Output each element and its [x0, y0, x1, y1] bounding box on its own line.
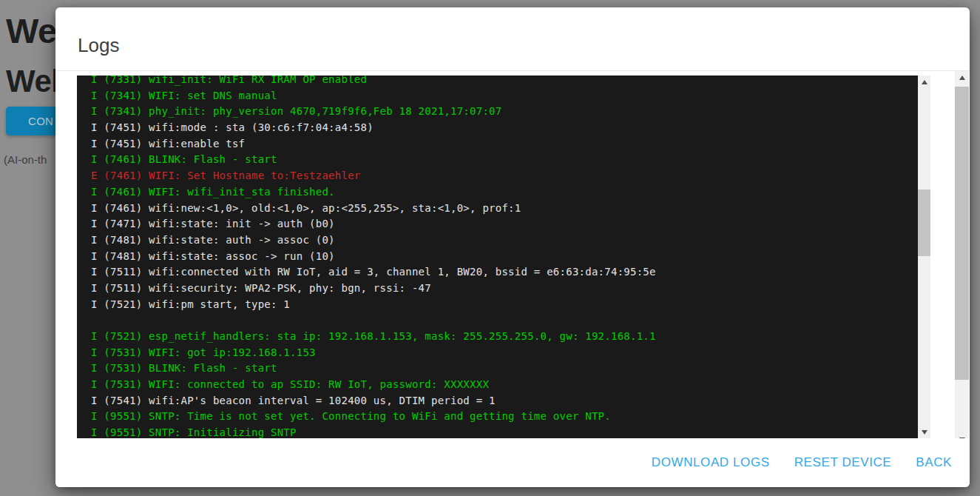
log-line: I (7331) wifi_init: WiFi RX IRAM OP enab…	[91, 76, 916, 88]
log-line: I (7461) WIFI: wifi_init_sta finished.	[91, 184, 916, 201]
dialog-scrollbar-thumb[interactable]	[955, 87, 969, 380]
log-line: I (7541) wifi:AP's beacon interval = 102…	[91, 393, 916, 409]
log-line: I (7521) esp_netif_handlers: sta ip: 192…	[91, 329, 916, 345]
dialog-header: Logs	[55, 7, 970, 71]
back-button[interactable]: BACK	[916, 455, 952, 470]
logs-dialog: Logs I (7331) wifi_init: WiFi RX IRAM OP…	[55, 7, 970, 487]
log-line: I (7511) wifi:connected with RW IoT, aid…	[91, 264, 916, 281]
bg-page-heading: We	[6, 10, 57, 51]
download-logs-button[interactable]: DOWNLOAD LOGS	[652, 455, 770, 470]
log-line: E (7461) WIFI: Set Hostname to:Testzaehl…	[91, 168, 916, 184]
log-line: I (7451) wifi:mode : sta (30:c6:f7:04:a4…	[91, 120, 916, 136]
dialog-scroll-up-icon[interactable]	[955, 71, 969, 84]
log-line: I (7531) BLINK: Flash - start	[91, 361, 916, 377]
bg-page-caption: (AI-on-th	[4, 153, 47, 166]
log-line: I (7481) wifi:state: auth -> assoc (0)	[91, 232, 916, 249]
log-line: I (7531) WIFI: got ip:192.168.1.153	[91, 345, 916, 361]
console-scroll-down-icon[interactable]	[918, 426, 930, 438]
console-scrollbar-thumb[interactable]	[918, 190, 930, 256]
log-line: I (7511) wifi:security: WPA2-PSK, phy: b…	[91, 281, 916, 297]
log-line	[91, 312, 916, 329]
log-line: I (7471) wifi:state: init -> auth (b0)	[91, 216, 916, 232]
log-line: I (9551) SNTP: Time is not set yet. Conn…	[91, 409, 916, 425]
dialog-title: Logs	[78, 34, 119, 57]
log-line: I (7341) WIFI: set DNS manual	[91, 88, 916, 104]
log-line: I (7461) BLINK: Flash - start	[91, 152, 916, 168]
log-line: I (7461) wifi:new:<1,0>, old:<1,0>, ap:<…	[91, 201, 916, 217]
reset-device-button[interactable]: RESET DEVICE	[794, 455, 892, 470]
log-line: I (7531) WIFI: connected to ap SSID: RW …	[91, 377, 916, 393]
console-scroll-up-icon[interactable]	[918, 76, 930, 88]
console-scrollbar[interactable]	[918, 76, 930, 438]
log-line: I (9551) SNTP: Initializing SNTP	[91, 425, 916, 438]
log-line: I (7341) phy_init: phy_version 4670,719f…	[91, 104, 916, 120]
log-line: I (7481) wifi:state: assoc -> run (10)	[91, 249, 916, 265]
bg-page-subheading: Wel	[6, 64, 59, 99]
dialog-scrollbar[interactable]	[955, 71, 969, 446]
log-line: I (7521) wifi:pm start, type: 1	[91, 297, 916, 313]
log-line: I (7451) wifi:enable tsf	[91, 136, 916, 153]
log-lines: I (7331) wifi_init: WiFi RX IRAM OP enab…	[91, 76, 916, 438]
dialog-footer: DOWNLOAD LOGS RESET DEVICE BACK	[55, 438, 970, 487]
log-console[interactable]: I (7331) wifi_init: WiFi RX IRAM OP enab…	[77, 76, 930, 438]
